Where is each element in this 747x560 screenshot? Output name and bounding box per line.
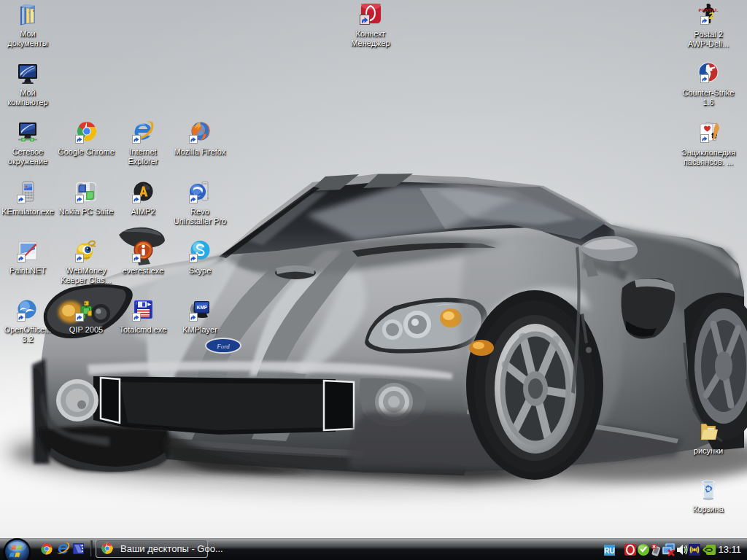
svg-text:KMP: KMP [197,305,208,310]
svg-text:RU: RU [604,547,614,555]
svg-text:Ford: Ford [216,343,230,350]
svg-text:2: 2 [708,10,713,21]
svg-text:I▶: I▶ [147,302,152,306]
